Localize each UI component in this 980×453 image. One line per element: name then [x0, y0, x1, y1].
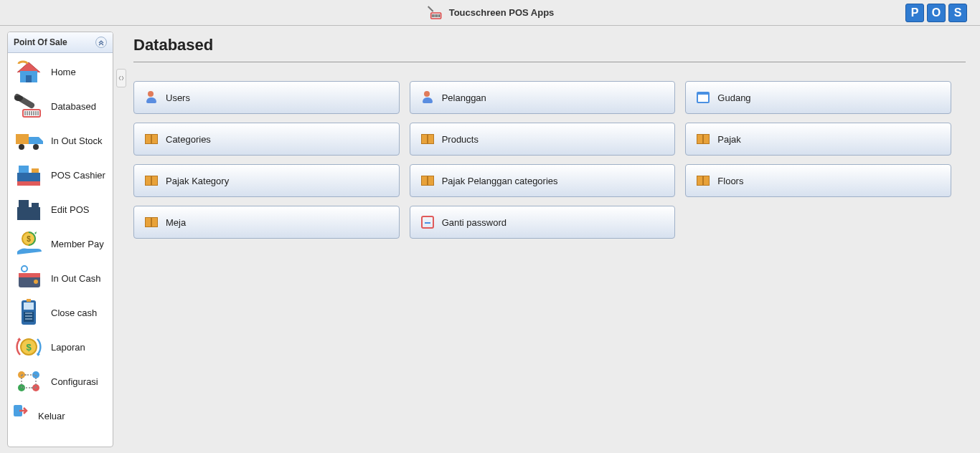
tile-pajak-pelanggan-categories[interactable]: Pajak Pelanggan categories: [410, 164, 676, 197]
tile-ganti-password[interactable]: Ganti password: [410, 206, 676, 239]
svg-rect-10: [17, 173, 40, 181]
tile-pajak-kategory[interactable]: Pajak Kategory: [133, 164, 400, 197]
svg-point-3: [14, 95, 23, 101]
logo-letter-s: S: [948, 4, 967, 22]
sidebar-item-pos-cashier[interactable]: POS Cashier: [8, 158, 113, 192]
tile-label: Gudang: [717, 92, 750, 103]
sidebar-item-in-out-stock[interactable]: In Out Stock: [8, 123, 113, 158]
sidebar-item-member-pay[interactable]: $Member Pay: [8, 226, 113, 261]
tile-label: Categories: [166, 134, 211, 145]
register-icon: [12, 161, 45, 189]
svg-point-8: [33, 144, 39, 150]
calendar-icon: [696, 90, 710, 105]
svg-rect-13: [19, 200, 29, 207]
svg-rect-20: [19, 273, 40, 277]
sidebar-item-configurasi[interactable]: Configurasi: [8, 364, 113, 399]
sidebar-item-databased[interactable]: Databased: [8, 89, 113, 123]
sidebar: Point Of Sale HomeDatabasedIn Out StockP…: [7, 32, 113, 447]
main-content: Databased UsersPelangganGudangCategories…: [126, 26, 980, 453]
svg-rect-25: [27, 299, 31, 302]
edit-register-icon: [12, 195, 45, 224]
collapse-icon[interactable]: [95, 37, 107, 48]
sidebar-item-label: In Out Cash: [51, 273, 100, 284]
tile-label: Pajak Pelanggan categories: [442, 176, 558, 186]
sidebar-item-close-cash[interactable]: Close cash: [8, 295, 113, 330]
svg-rect-2: [26, 75, 32, 82]
truck-icon: [12, 126, 45, 155]
svg-rect-14: [17, 207, 40, 216]
sidebar-item-label: Keluar: [38, 411, 65, 421]
sidebar-title: Point Of Sale: [14, 37, 67, 47]
tile-grid: UsersPelangganGudangCategoriesProductsPa…: [133, 81, 951, 239]
svg-rect-12: [32, 168, 39, 173]
wallet-icon: [12, 264, 45, 292]
sidebar-item-label: Close cash: [51, 307, 97, 318]
tile-gudang[interactable]: Gudang: [685, 81, 951, 114]
svg-text:$: $: [26, 342, 32, 353]
svg-rect-9: [19, 166, 29, 173]
sidebar-item-label: Laporan: [51, 342, 85, 353]
sidebar-item-label: Member Pay: [51, 239, 104, 249]
svg-rect-5: [16, 134, 29, 144]
tile-label: Pelanggan: [442, 92, 486, 103]
splitter: [116, 26, 126, 453]
svg-rect-16: [32, 203, 39, 207]
tile-products[interactable]: Products: [410, 123, 676, 156]
home-icon: [12, 57, 45, 86]
tile-label: Floors: [717, 176, 743, 186]
sidebar-item-laporan[interactable]: $Laporan: [8, 330, 113, 364]
gear-icon: [12, 367, 45, 396]
sidebar-item-label: Home: [51, 67, 76, 77]
package-icon: [144, 215, 159, 229]
topbar-center: Toucschreen POS Apps: [426, 4, 555, 22]
logo-letter-o: O: [927, 4, 946, 22]
terminal-icon: [12, 298, 45, 327]
svg-text:$: $: [27, 235, 31, 243]
user-icon: [420, 90, 435, 105]
sidebar-item-label: Edit POS: [51, 204, 89, 215]
sidebar-item-in-out-cash[interactable]: In Out Cash: [8, 261, 113, 295]
package-icon: [420, 132, 435, 146]
tile-label: Ganti password: [442, 217, 507, 228]
svg-rect-11: [17, 181, 40, 186]
tile-pelanggan[interactable]: Pelanggan: [410, 81, 676, 114]
page-title: Databased: [133, 36, 966, 62]
sidebar-item-keluar[interactable]: Keluar: [8, 399, 113, 433]
svg-point-7: [19, 144, 24, 150]
sidebar-item-home[interactable]: Home: [8, 54, 113, 89]
package-icon: [420, 173, 435, 188]
tile-pajak[interactable]: Pajak: [685, 123, 951, 156]
tile-label: Products: [442, 134, 479, 145]
package-icon: [144, 132, 159, 146]
app-title: Toucschreen POS Apps: [449, 7, 555, 18]
tile-categories[interactable]: Categories: [133, 123, 400, 156]
tile-users[interactable]: Users: [133, 81, 400, 114]
tile-label: Pajak: [717, 134, 741, 145]
svg-rect-15: [17, 216, 40, 220]
sidebar-item-edit-pos[interactable]: Edit POS: [8, 192, 113, 226]
barcode-icon: [12, 92, 45, 120]
svg-point-21: [34, 280, 38, 284]
sidebar-item-label: In Out Stock: [51, 135, 103, 146]
splitter-handle[interactable]: [116, 69, 126, 87]
user-icon: [144, 90, 159, 105]
sidebar-header[interactable]: Point Of Sale: [8, 32, 113, 53]
report-icon: $: [12, 333, 45, 361]
tile-meja[interactable]: Meja: [133, 206, 400, 239]
scanner-icon: [426, 4, 443, 22]
package-icon: [144, 173, 159, 188]
tile-label: Users: [166, 92, 190, 103]
sidebar-item-label: Databased: [51, 101, 96, 112]
logo-letter-p: P: [905, 4, 924, 22]
svg-rect-6: [29, 137, 39, 144]
tile-label: Meja: [166, 217, 186, 228]
svg-rect-23: [24, 302, 34, 310]
package-icon: [696, 173, 710, 188]
exit-icon: [12, 408, 32, 424]
tile-label: Pajak Kategory: [166, 176, 229, 186]
tile-floors[interactable]: Floors: [685, 164, 951, 197]
logo: P O S: [905, 4, 967, 22]
scan-icon: [420, 215, 435, 229]
coin-hand-icon: $: [12, 229, 45, 258]
sidebar-item-label: POS Cashier: [51, 170, 105, 181]
